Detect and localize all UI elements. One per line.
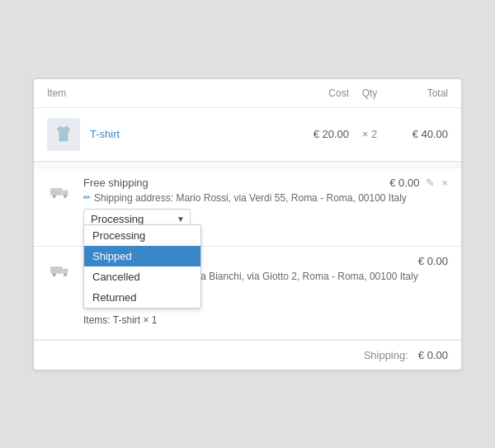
product-row: T-shirt € 20.00 × 2 € 40.00 [34, 108, 461, 162]
table-header: Item Cost Qty Total [34, 79, 461, 108]
svg-point-3 [64, 195, 67, 198]
shipping-cost-1: € 0.00 [389, 177, 419, 189]
svg-rect-5 [63, 268, 68, 273]
product-cost: € 20.00 [291, 128, 349, 140]
order-card: Item Cost Qty Total T-shirt € 20.00 × 2 … [33, 78, 462, 370]
dropdown-option-returned[interactable]: Returned [84, 287, 200, 308]
product-thumbnail [47, 118, 80, 151]
dropdown-option-processing[interactable]: Processing [84, 225, 200, 246]
items-label: Items: T-shirt × 1 [83, 314, 448, 326]
footer-label: Shipping: [364, 349, 408, 361]
header-total: Total [390, 87, 448, 99]
truck-icon-1 [47, 178, 73, 205]
svg-point-6 [53, 273, 56, 276]
shipping-address-1: ✏ Shipping address: Mario Rossi, via Ver… [83, 192, 448, 204]
footer-amount: € 0.00 [418, 349, 448, 361]
header-qty: Qty [349, 87, 390, 99]
svg-point-2 [53, 195, 56, 198]
dropdown-option-cancelled[interactable]: Cancelled [84, 266, 200, 287]
truck-icon-2 [47, 257, 73, 283]
header-cost: Cost [291, 87, 349, 99]
edit-icon-1[interactable]: ✎ [426, 177, 435, 189]
shipping-label-1: Free shipping [83, 177, 148, 189]
footer-row: Shipping: € 0.00 [34, 340, 461, 370]
tshirt-icon [54, 125, 73, 144]
svg-rect-1 [63, 190, 68, 195]
shipping-section-1: Free shipping € 0.00 ✎ × ✏ Shipping addr… [34, 168, 461, 247]
svg-point-7 [64, 273, 67, 276]
section-divider [34, 162, 461, 168]
header-item: Item [47, 87, 291, 99]
product-qty: × 2 [349, 128, 390, 140]
dropdown-option-shipped[interactable]: Shipped [84, 246, 200, 266]
shipping-cost-2: € 0.00 [418, 255, 448, 267]
address-pencil-icon-1: ✏ [83, 192, 91, 203]
shipping-title-row-1: Free shipping € 0.00 ✎ × [83, 177, 448, 189]
product-total: € 40.00 [390, 128, 448, 140]
svg-rect-0 [50, 188, 63, 196]
product-name[interactable]: T-shirt [90, 128, 291, 140]
shipping-cost-row-1: € 0.00 ✎ × [389, 177, 448, 189]
svg-rect-4 [50, 266, 63, 274]
status-dropdown-1[interactable]: Processing Shipped Cancelled Returned [83, 224, 201, 309]
close-icon-1[interactable]: × [441, 177, 448, 189]
